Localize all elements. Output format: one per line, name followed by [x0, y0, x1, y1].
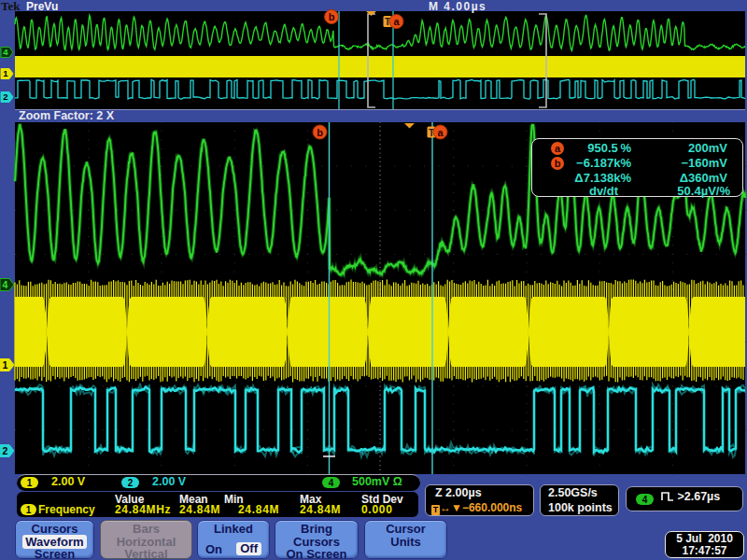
svg-text:a: a	[437, 127, 444, 138]
svg-text:2: 2	[3, 91, 7, 102]
svg-text:4: 4	[3, 47, 8, 57]
svg-text:b: b	[329, 11, 335, 22]
svg-text:2: 2	[3, 445, 8, 456]
svg-text:b: b	[317, 127, 323, 138]
svg-text:1: 1	[3, 68, 8, 78]
svg-text:a: a	[393, 16, 400, 27]
svg-text:1: 1	[3, 359, 8, 371]
svg-text:4: 4	[3, 279, 8, 290]
